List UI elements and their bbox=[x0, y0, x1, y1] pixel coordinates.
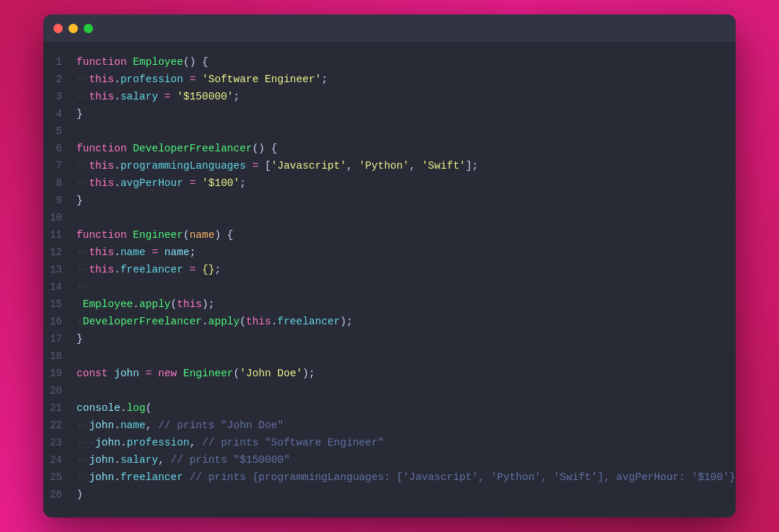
var-token: john bbox=[89, 471, 114, 483]
line-number: 17 bbox=[43, 331, 76, 347]
kw-token: this bbox=[89, 247, 114, 258]
code-tokens: function Engineer(name) { bbox=[76, 227, 234, 243]
str-token: '$100' bbox=[202, 177, 239, 189]
fn-token: DeveloperFreelancer bbox=[133, 143, 252, 154]
line-number: 18 bbox=[43, 348, 76, 364]
code-line: 19const john = new Engineer('John Doe'); bbox=[43, 365, 736, 382]
code-line: 22··john.name, // prints "John Doe" bbox=[43, 417, 736, 434]
punct-token: } bbox=[76, 195, 83, 206]
code-tokens: ··this.name = name; bbox=[76, 244, 195, 260]
line-number: 4 bbox=[43, 106, 76, 122]
prop-token: profession bbox=[127, 437, 190, 448]
code-line: 8··this.avgPerHour = '$100'; bbox=[43, 174, 736, 192]
line-number: 26 bbox=[43, 487, 76, 502]
line-number: 25 bbox=[43, 469, 76, 485]
punct-token: ( bbox=[171, 298, 177, 310]
code-line: 1function Employee() { bbox=[43, 53, 736, 71]
line-number: 2 bbox=[43, 71, 76, 87]
var-token: john bbox=[95, 437, 120, 448]
maximize-dot[interactable] bbox=[84, 24, 93, 33]
kw-token: function bbox=[76, 56, 133, 68]
prop-token: freelancer bbox=[120, 471, 183, 483]
op-token: = bbox=[146, 247, 164, 258]
fn-token: DeveloperFreelancer bbox=[83, 316, 202, 327]
titlebar bbox=[43, 14, 736, 42]
line-number: 3 bbox=[43, 89, 76, 105]
code-tokens: console.log( bbox=[76, 400, 151, 416]
kw-token: this bbox=[246, 316, 271, 327]
line-number: 7 bbox=[43, 158, 76, 174]
line-number: 14 bbox=[43, 279, 76, 295]
comment-token: // prints "$150000" bbox=[171, 454, 290, 466]
op-token: = bbox=[183, 74, 202, 85]
kw-token: this bbox=[177, 298, 202, 310]
code-window: 1function Employee() {2··this.profession… bbox=[43, 14, 736, 518]
prop-token: profession bbox=[120, 74, 183, 85]
str-token: 'Python' bbox=[359, 160, 410, 172]
code-tokens: ··john.salary, // prints "$150000" bbox=[76, 452, 290, 468]
punct-token: () { bbox=[183, 56, 208, 68]
line-number: 15 bbox=[43, 296, 76, 312]
punct-token: , bbox=[190, 437, 202, 448]
indent-token: ·· bbox=[76, 177, 89, 189]
code-line: 13··this.freelancer = {}; bbox=[43, 261, 736, 278]
code-line: 9} bbox=[43, 192, 736, 209]
punct-token: [ bbox=[265, 160, 271, 172]
code-tokens: ·· bbox=[76, 279, 89, 295]
punct-token: () { bbox=[252, 143, 278, 154]
prop-token: salary bbox=[120, 454, 158, 466]
indent-token: ·· bbox=[76, 74, 89, 85]
op-token: = bbox=[183, 264, 202, 275]
method-token: apply bbox=[139, 298, 171, 310]
punct-token: . bbox=[114, 91, 120, 102]
line-number: 5 bbox=[43, 123, 76, 139]
punct-token: . bbox=[114, 247, 120, 258]
punct-token: ; bbox=[214, 264, 221, 275]
kw-token: this bbox=[89, 74, 114, 85]
indent-token: ·· bbox=[76, 264, 89, 275]
line-number: 20 bbox=[43, 383, 76, 399]
punct-token: ( bbox=[183, 229, 190, 241]
code-tokens: function DeveloperFreelancer() { bbox=[76, 141, 277, 156]
indent-token: ·· bbox=[76, 281, 89, 293]
kw-token: this bbox=[89, 264, 114, 275]
punct-token: ) bbox=[76, 489, 89, 500]
minimize-dot[interactable] bbox=[69, 24, 78, 33]
punct-token: ; bbox=[190, 247, 196, 258]
var-token: john bbox=[114, 368, 139, 379]
code-tokens: ···john.profession, // prints "Software … bbox=[76, 435, 384, 451]
var-token: john bbox=[89, 454, 114, 466]
punct-token: . bbox=[114, 471, 120, 483]
close-dot[interactable] bbox=[53, 24, 63, 33]
indent-token: · bbox=[76, 316, 83, 327]
kw-token: this bbox=[89, 160, 114, 172]
comment-token: // prints "Software Engineer" bbox=[202, 437, 384, 448]
prop-token: avgPerHour bbox=[120, 177, 183, 189]
code-line: 2··this.profession = 'Software Engineer'… bbox=[43, 71, 736, 88]
code-line: 5 bbox=[43, 123, 736, 140]
kw-token: this bbox=[89, 91, 114, 102]
var-token: name bbox=[164, 247, 190, 258]
punct-token: . bbox=[133, 298, 139, 310]
var-token: john bbox=[89, 420, 114, 431]
punct-token: , bbox=[409, 160, 421, 172]
prop-token: salary bbox=[120, 91, 158, 102]
punct-token: . bbox=[114, 420, 120, 431]
kw-token: this bbox=[89, 177, 114, 189]
code-line: 21console.log( bbox=[43, 399, 736, 417]
code-line: 20 bbox=[43, 382, 736, 399]
punct-token: } bbox=[76, 108, 83, 120]
code-tokens: const john = new Engineer('John Doe'); bbox=[76, 365, 321, 381]
line-number: 22 bbox=[43, 417, 76, 433]
code-tokens: } bbox=[76, 192, 83, 208]
str-token: '$150000' bbox=[177, 91, 233, 102]
code-line: 25··john.freelancer // prints {programmi… bbox=[43, 469, 736, 486]
code-line: 15·Employee.apply(this); bbox=[43, 296, 736, 313]
indent-token: ··· bbox=[76, 437, 95, 448]
code-tokens: ·Employee.apply(this); bbox=[76, 296, 221, 312]
code-line: 11function Engineer(name) { bbox=[43, 226, 736, 244]
punct-token: ; bbox=[321, 74, 327, 85]
code-tokens: } bbox=[76, 106, 83, 122]
punct-token: ( bbox=[234, 368, 240, 379]
method-token: apply bbox=[208, 316, 240, 327]
